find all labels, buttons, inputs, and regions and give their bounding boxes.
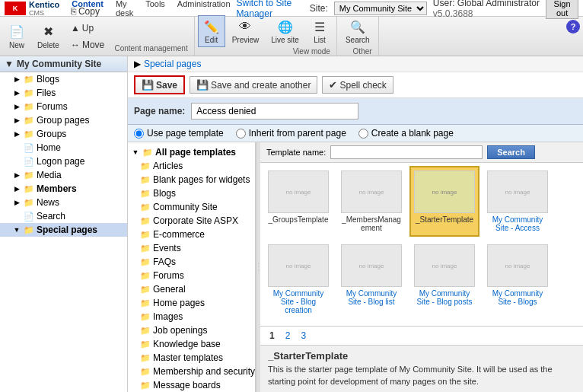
template-item-empty3[interactable]: no image: [409, 322, 479, 326]
preview-button[interactable]: 👁 Preview: [227, 15, 265, 47]
sidebar-item-grouppages[interactable]: ▶ 📁 Group pages: [0, 113, 127, 127]
template-search-button[interactable]: Search: [487, 145, 535, 159]
sidebar-header[interactable]: ▼ My Community Site: [0, 56, 127, 72]
save-button[interactable]: 💾 Save: [134, 75, 185, 94]
up-button[interactable]: ▲ Up: [66, 21, 110, 36]
sidebar-item-groups[interactable]: ▶ 📁 Groups: [0, 127, 127, 141]
edit-button[interactable]: ✏️ Edit: [198, 15, 225, 47]
site-select[interactable]: My Community Site: [334, 2, 427, 15]
delete-button[interactable]: ✖ Delete: [32, 21, 65, 53]
page-3[interactable]: 3: [298, 330, 309, 342]
folder-icon: 📁: [140, 257, 151, 267]
search-button[interactable]: 🔍 Search: [340, 15, 375, 47]
sidebar-item-forums[interactable]: ▶ 📁 Forums: [0, 100, 127, 113]
template-name: My Community Site - Blog posts: [414, 289, 475, 306]
template-tree-general[interactable]: 📁 General: [128, 282, 255, 296]
page-name-input[interactable]: [191, 103, 358, 120]
spell-check-button[interactable]: ✔ Spell check: [322, 76, 393, 94]
template-item-blogposts[interactable]: no image My Community Site - Blog posts: [409, 240, 479, 319]
template-tree-images[interactable]: 📁 Images: [128, 310, 255, 323]
inherit-radio-label[interactable]: Inherit from parent page: [236, 128, 346, 139]
inherit-radio[interactable]: [236, 129, 246, 139]
template-thumb: no image: [341, 244, 402, 287]
sidebar-item-specialpages[interactable]: ▼ 📁 Special pages: [0, 223, 127, 237]
template-item-empty4[interactable]: no image: [483, 322, 553, 326]
sidebar-item-logon[interactable]: 📄 Logon page: [0, 155, 127, 168]
template-tree-homepages[interactable]: 📁 Home pages: [128, 296, 255, 310]
template-tree-articles[interactable]: 📁 Articles: [128, 159, 255, 173]
sidebar-item-blogs[interactable]: ▶ 📁 Blogs: [0, 72, 127, 86]
template-grid: no image _GroupsTemplate no image _Membe…: [260, 163, 583, 326]
template-tree-forums[interactable]: 📁 Forums: [128, 269, 255, 282]
template-tree-message[interactable]: 📁 Message boards: [128, 378, 255, 392]
move-button[interactable]: ↔ Move: [66, 37, 110, 53]
use-template-radio-label[interactable]: Use page template: [134, 128, 224, 139]
template-tree-blank[interactable]: 📁 Blank pages for widgets: [128, 173, 255, 186]
edit-icon: ✏️: [203, 18, 220, 35]
template-tree-job[interactable]: 📁 Job openings: [128, 323, 255, 337]
use-template-radio[interactable]: [134, 129, 144, 139]
sidebar-item-media[interactable]: ▶ 📁 Media: [0, 168, 127, 182]
template-tree-ecommerce[interactable]: 📁 E-commerce: [128, 228, 255, 241]
sidebar: ▼ My Community Site ▶ 📁 Blogs ▶ 📁 Files …: [0, 56, 128, 392]
breadcrumb-special-pages[interactable]: Special pages: [144, 59, 201, 69]
help-button[interactable]: ?: [566, 20, 580, 33]
sidebar-item-members[interactable]: ▶ 📁 Members: [0, 182, 127, 196]
template-item-empty1[interactable]: no image: [263, 322, 333, 326]
template-thumb: no image: [414, 244, 475, 287]
page-icon: 📄: [24, 211, 34, 221]
page-2[interactable]: 2: [282, 330, 294, 342]
search-icon: 🔍: [349, 18, 366, 35]
folder-icon: 📁: [24, 129, 34, 139]
folder-icon: 📁: [24, 183, 34, 194]
sidebar-item-home[interactable]: 📄 Home: [0, 141, 127, 155]
breadcrumb-arrow: ▶: [134, 59, 141, 69]
template-tree-events[interactable]: 📁 Events: [128, 241, 255, 255]
template-item-blogs[interactable]: no image My Community Site - Blogs: [483, 240, 553, 319]
sidebar-item-search[interactable]: 📄 Search: [0, 209, 127, 223]
template-item-members[interactable]: no image _MembersManagement: [336, 166, 406, 237]
template-item-empty2[interactable]: no image: [336, 322, 406, 326]
up-icon: ▲: [71, 23, 80, 33]
sidebar-item-news[interactable]: ▶ 📁 News: [0, 196, 127, 209]
template-thumb: no image: [487, 244, 548, 287]
create-blank-radio-label[interactable]: Create a blank page: [358, 128, 454, 139]
content-management-section: 📄 New ✖ Delete ⎘ Copy ▲ Up: [0, 17, 195, 56]
copy-button[interactable]: ⎘ Copy: [66, 4, 110, 19]
user-label: User: Global Administrator v5.0.3688: [433, 0, 540, 19]
sidebar-expand-icon: ▼: [5, 59, 14, 69]
template-item-starter[interactable]: no image _StarterTemplate: [409, 166, 479, 237]
template-tree-faqs[interactable]: 📁 FAQs: [128, 255, 255, 269]
new-button[interactable]: 📄 New: [3, 21, 30, 53]
list-button[interactable]: ☰ List: [306, 15, 333, 47]
page-1[interactable]: 1: [266, 330, 278, 342]
template-tree-knowledge[interactable]: 📁 Knowledge base: [128, 337, 255, 351]
template-thumb: no image: [268, 171, 329, 213]
page-icon: 📄: [24, 156, 34, 167]
template-tree-membership[interactable]: 📁 Membership and security: [128, 365, 255, 378]
template-item-access[interactable]: no image My Community Site - Access: [483, 166, 553, 237]
create-blank-radio[interactable]: [358, 129, 368, 139]
toolbar: 📄 New ✖ Delete ⎘ Copy ▲ Up: [0, 17, 583, 56]
sidebar-item-files[interactable]: ▶ 📁 Files: [0, 86, 127, 100]
nav-tools[interactable]: Tools: [139, 0, 171, 19]
template-tree-master[interactable]: 📁 Master templates: [128, 351, 255, 365]
template-item-bloglist[interactable]: no image My Community Site - Blog list: [336, 240, 406, 319]
signout-button[interactable]: Sign out: [546, 0, 578, 19]
help-area: ?: [563, 17, 583, 56]
folder-icon: 📁: [24, 225, 34, 235]
template-tree-blogs[interactable]: 📁 Blogs: [128, 186, 255, 200]
new-icon: 📄: [8, 24, 25, 40]
template-tree-root[interactable]: ▼ 📁 All page templates: [128, 145, 255, 159]
template-tree-community[interactable]: 📁 Community Site: [128, 200, 255, 214]
template-tree-corporate[interactable]: 📁 Corporate Site ASPX: [128, 214, 255, 228]
template-item-blogcreation[interactable]: no image My Community Site - Blog creati…: [263, 240, 333, 319]
other-label: Other: [350, 47, 375, 56]
template-item-groups[interactable]: no image _GroupsTemplate: [263, 166, 333, 237]
folder-icon: 📁: [140, 188, 151, 199]
template-search-input[interactable]: [330, 145, 483, 159]
save-create-button[interactable]: 💾 Save and create another: [190, 76, 317, 94]
nav-mydesk[interactable]: My desk: [110, 0, 139, 19]
view-mode-label: View mode: [290, 47, 333, 56]
livesite-button[interactable]: 🌐 Live site: [266, 15, 304, 47]
